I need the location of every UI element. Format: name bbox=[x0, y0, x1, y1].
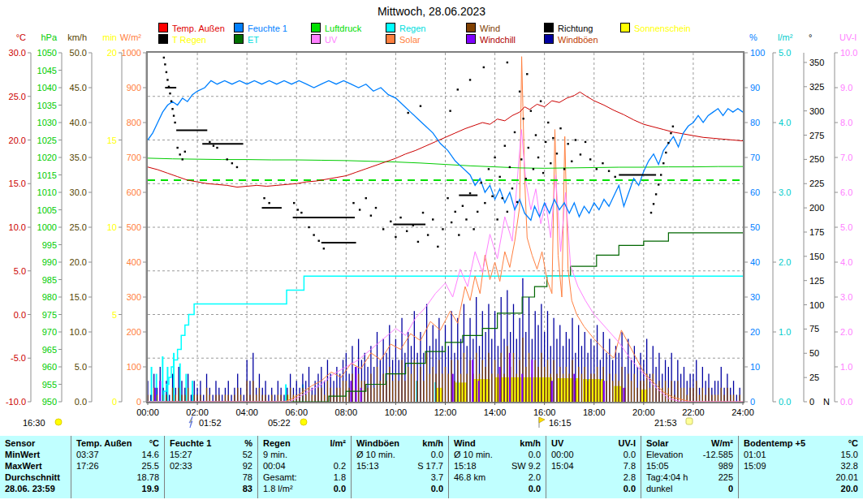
col-header: Windkm/h bbox=[454, 437, 541, 449]
data-row-0-label: 15:27 bbox=[170, 449, 192, 460]
legend-label: Richtung bbox=[558, 24, 593, 33]
dot bbox=[465, 218, 467, 220]
dot bbox=[166, 79, 168, 80]
data-row-1-value: S 17.7 bbox=[417, 460, 443, 472]
legend-label: Luftdruck bbox=[325, 24, 361, 33]
tick-label: 950 bbox=[42, 397, 57, 407]
dot bbox=[231, 162, 233, 164]
data-row-2-value: 3.7 bbox=[431, 472, 443, 483]
data-row-0: 03:3714.6 bbox=[76, 449, 159, 460]
x-axis: 00:0002:0004:0006:0008:0010:0012:0014:00… bbox=[136, 402, 754, 417]
dot bbox=[359, 209, 360, 210]
summary-table: SensorMinWertMaxWertDurchschnitt28.06. 2… bbox=[0, 436, 863, 498]
tick-label: 4.0 bbox=[779, 118, 791, 127]
table-col-windb-en: Windböenkm/hØ 10 min.0.015:13S 17.73.70.… bbox=[352, 436, 449, 498]
legend-color-box bbox=[544, 23, 554, 32]
dot bbox=[550, 162, 551, 164]
tick-label: 125 bbox=[809, 276, 824, 286]
marker-event-1615: 16:15 bbox=[549, 418, 572, 428]
tick-label: 350 bbox=[809, 58, 824, 67]
tick-label: 1010 bbox=[37, 187, 57, 197]
dot bbox=[667, 142, 669, 144]
dot bbox=[297, 209, 299, 210]
legend-label: Wind bbox=[480, 24, 500, 33]
data-row-1-label: 15:13 bbox=[356, 460, 379, 472]
tick-label: 275 bbox=[809, 131, 824, 140]
dot bbox=[650, 212, 652, 213]
axis-°C: °C-10.0-5.00.05.010.015.020.025.030.0 bbox=[6, 32, 31, 407]
data-row-2-value: 2.8 bbox=[624, 472, 636, 483]
dot bbox=[494, 157, 495, 158]
x-tick-label: 04:00 bbox=[235, 407, 258, 417]
legend-label: Solar bbox=[399, 35, 421, 45]
data-row-3: 19.9 bbox=[76, 483, 159, 494]
dot bbox=[575, 139, 576, 140]
tick-label: 35.0 bbox=[70, 153, 87, 162]
col-header: Regenl/m² bbox=[263, 437, 346, 449]
tick-label: 40 bbox=[750, 257, 760, 267]
table-col-uv: UVUV-I00:000.015:047.82.80.0 bbox=[546, 436, 641, 498]
tick-label: 75 bbox=[809, 324, 819, 334]
data-row-3-value: 0 bbox=[728, 483, 733, 494]
dot bbox=[545, 141, 546, 143]
dot bbox=[615, 176, 616, 178]
data-row-1-label: 15:05 bbox=[646, 460, 669, 472]
data-row-0-label: 03:37 bbox=[76, 449, 99, 460]
dot bbox=[484, 202, 485, 204]
data-row-0: 00:000.0 bbox=[551, 449, 636, 460]
tick-label: 80 bbox=[750, 118, 760, 127]
data-row-2: 2.8 bbox=[551, 472, 636, 483]
dot bbox=[556, 153, 558, 154]
legend-color-box bbox=[466, 23, 476, 32]
data-row-0: Ø 10 min.0.0 bbox=[454, 449, 541, 460]
legend-item-windb-en: Windböen bbox=[544, 34, 598, 44]
data-row-1-value: SW 9.2 bbox=[511, 460, 541, 472]
col-header: Windböenkm/h bbox=[356, 437, 443, 449]
dot bbox=[390, 221, 391, 222]
tick-label: 1050 bbox=[37, 48, 57, 58]
tick-label: 5.0 bbox=[14, 266, 26, 276]
tick-label: 10.0 bbox=[70, 327, 87, 337]
dot bbox=[382, 228, 384, 230]
dot bbox=[655, 193, 657, 195]
dot bbox=[417, 241, 419, 243]
data-row-0: 01:0115.0 bbox=[744, 449, 858, 460]
dot bbox=[352, 202, 354, 204]
tick-label: 0 bbox=[136, 397, 141, 407]
row-label-1-label: MaxWert bbox=[5, 460, 42, 472]
dot bbox=[174, 122, 175, 123]
x-tick-label: 08:00 bbox=[335, 407, 358, 417]
data-row-3: 20.0 bbox=[744, 483, 858, 494]
tick-label: 990 bbox=[42, 257, 57, 267]
table-col-temp-au-en: Temp. Außen°C03:3714.617:2625.518.7819.9 bbox=[71, 436, 165, 498]
dot bbox=[540, 101, 542, 102]
tick-label: 250 bbox=[809, 154, 824, 164]
dot bbox=[563, 168, 565, 170]
col-header-value: UV-I bbox=[619, 437, 636, 449]
tick-label: 90 bbox=[750, 83, 760, 93]
dot bbox=[370, 214, 372, 216]
tick-label: 1030 bbox=[37, 118, 57, 127]
data-row-2-value: 225 bbox=[718, 472, 733, 483]
dot bbox=[293, 202, 295, 204]
tick-label: 0.0 bbox=[14, 310, 26, 320]
data-row-3-value: 0.0 bbox=[529, 483, 541, 494]
legend-color-box bbox=[311, 34, 321, 44]
tick-label: 1000 bbox=[37, 222, 57, 232]
dot bbox=[526, 73, 528, 75]
tick-label: 6.0 bbox=[840, 187, 852, 197]
data-row-0-value: 0.0 bbox=[431, 449, 443, 460]
legend-label: UV bbox=[325, 35, 337, 45]
data-row-0-label: Ø 10 min. bbox=[356, 449, 395, 460]
axis-UV-I: UV-I0.01.02.03.04.05.06.07.08.09.010.0 bbox=[835, 32, 857, 407]
tick-label: 100 bbox=[809, 300, 824, 310]
data-row-1: 17:2625.5 bbox=[76, 460, 159, 472]
dot bbox=[483, 67, 485, 68]
data-row-1: 15:13S 17.7 bbox=[356, 460, 443, 472]
dot bbox=[442, 228, 443, 230]
tick-label: 100 bbox=[127, 362, 141, 372]
tick-label: 225 bbox=[809, 179, 824, 188]
data-row-0-value: 0.0 bbox=[529, 449, 541, 460]
dot bbox=[437, 246, 438, 248]
data-row-2: 3.7 bbox=[356, 472, 443, 483]
